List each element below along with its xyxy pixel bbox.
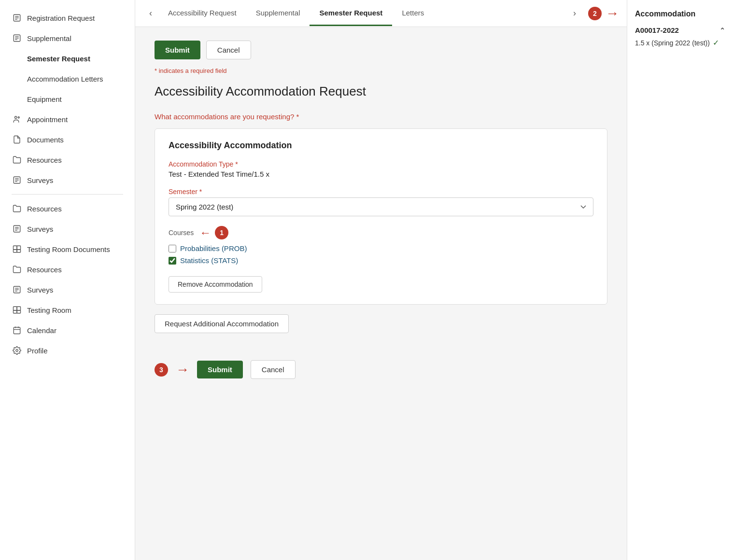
svg-rect-28: [14, 310, 17, 313]
top-cancel-button[interactable]: Cancel: [206, 41, 251, 59]
surveys3-icon: [12, 284, 22, 295]
sidebar-item-resources3[interactable]: Resources: [0, 259, 135, 280]
checkmark-icon: ✓: [713, 38, 719, 47]
supplemental-icon: [12, 33, 22, 43]
bottom-cancel-button[interactable]: Cancel: [251, 360, 296, 379]
course-item-stats: Statistics (STATS): [169, 256, 593, 265]
resources1-icon: [12, 154, 22, 165]
annotation-badge-1: 1: [215, 226, 228, 239]
appointment-icon: [12, 114, 22, 125]
sidebar-label-surveys3: Surveys: [27, 285, 53, 295]
sidebar-item-documents[interactable]: Documents: [0, 129, 135, 150]
svg-rect-18: [14, 246, 17, 250]
equipment-icon: [12, 94, 22, 104]
sidebar-label-registration-request: Registration Request: [27, 13, 95, 23]
sidebar-item-registration-request[interactable]: Registration Request: [0, 8, 135, 28]
sidebar-divider: [12, 194, 123, 195]
tab-letters[interactable]: Letters: [392, 1, 434, 26]
svg-point-8: [15, 116, 17, 119]
tab-supplemental[interactable]: Supplemental: [246, 1, 310, 26]
sidebar-item-equipment[interactable]: Equipment: [0, 89, 135, 109]
sidebar-item-semester-request[interactable]: Semester Request: [0, 48, 135, 69]
surveys2-icon: [12, 224, 22, 234]
courses-label: Courses ← 1: [169, 226, 593, 239]
semester-select[interactable]: Spring 2022 (test) Fall 2022 Summer 2022: [169, 197, 593, 216]
annotation-badge-3: 3: [155, 363, 168, 377]
svg-rect-21: [17, 250, 21, 252]
bottom-submit-button[interactable]: Submit: [197, 361, 243, 378]
sidebar-item-calendar[interactable]: Calendar: [0, 320, 135, 340]
testing-room-docs-icon: [12, 244, 22, 254]
sidebar-item-testing-room-documents[interactable]: Testing Room Documents: [0, 239, 135, 259]
tab-prev-arrow[interactable]: ‹: [143, 6, 158, 21]
annotation-badge-2: 2: [588, 7, 602, 20]
resources3-icon: [12, 264, 22, 275]
sidebar-item-appointment[interactable]: Appointment: [0, 109, 135, 129]
top-form-actions: Submit Cancel: [155, 41, 607, 59]
sidebar-item-accommodation-letters[interactable]: Accommodation Letters: [0, 69, 135, 89]
panel-title: Accommodation: [635, 10, 725, 18]
profile-icon: [12, 345, 22, 356]
sidebar-label-appointment: Appointment: [27, 114, 68, 125]
sidebar-label-accommodation-letters: Accommodation Letters: [27, 74, 103, 84]
course-checkbox-prob[interactable]: [169, 245, 176, 252]
accommodation-type-label: Accommodation Type *: [169, 160, 593, 168]
tab-accessibility-request[interactable]: Accessibility Request: [158, 1, 246, 26]
course-checkbox-stats[interactable]: [169, 257, 176, 265]
sidebar-label-calendar: Calendar: [27, 325, 56, 336]
panel-acc-id: A00017-2022 ⌃: [635, 26, 725, 34]
testing-room-icon: [12, 305, 22, 315]
svg-rect-26: [14, 307, 17, 310]
top-submit-button[interactable]: Submit: [155, 41, 200, 59]
sidebar-label-semester-request: Semester Request: [27, 54, 90, 64]
course-label-prob[interactable]: Probabilities (PROB): [180, 244, 247, 252]
sidebar-label-resources3: Resources: [27, 265, 62, 275]
sidebar-item-profile[interactable]: Profile: [0, 340, 135, 361]
calendar-icon: [12, 325, 22, 336]
svg-rect-30: [14, 327, 20, 334]
tab-next-arrow[interactable]: ›: [567, 6, 582, 21]
content-area: Submit Cancel * indicates a required fie…: [135, 27, 627, 560]
annotation-arrow-2: →: [606, 6, 619, 21]
svg-point-34: [16, 350, 18, 352]
accommodation-type-value: Test - Extended Test Time/1.5 x: [169, 170, 593, 178]
sidebar-item-resources1[interactable]: Resources: [0, 150, 135, 170]
sidebar-item-surveys3[interactable]: Surveys: [0, 280, 135, 300]
sidebar: Registration Request Supplemental Semest…: [0, 0, 135, 560]
sidebar-label-testing-room-documents: Testing Room Documents: [27, 244, 110, 254]
sidebar-label-surveys2: Surveys: [27, 224, 53, 234]
card-title: Accessibility Accommodation: [169, 140, 593, 151]
course-label-stats[interactable]: Statistics (STATS): [180, 256, 238, 265]
remove-accommodation-button[interactable]: Remove Accommodation: [169, 276, 262, 293]
annotation-arrow-1: ←: [199, 226, 211, 239]
svg-rect-27: [17, 307, 21, 310]
sidebar-item-surveys1[interactable]: Surveys: [0, 170, 135, 190]
request-additional-button[interactable]: Request Additional Accommodation: [155, 314, 289, 333]
required-note: * indicates a required field: [155, 67, 607, 74]
panel-acc-detail: 1.5 x (Spring 2022 (test)) ✓: [635, 38, 725, 47]
svg-point-9: [18, 117, 19, 118]
sidebar-label-documents: Documents: [27, 135, 64, 145]
semester-label: Semester *: [169, 188, 593, 196]
sidebar-item-supplemental[interactable]: Supplemental: [0, 28, 135, 48]
sidebar-label-supplemental: Supplemental: [27, 33, 71, 43]
tab-nav: Accessibility Request Supplemental Semes…: [158, 1, 567, 26]
tab-semester-request[interactable]: Semester Request: [310, 1, 392, 26]
page-title: Accessibility Accommodation Request: [155, 84, 607, 99]
sidebar-label-resources2: Resources: [27, 204, 62, 214]
sidebar-item-testing-room[interactable]: Testing Room: [0, 300, 135, 320]
surveys1-icon: [12, 175, 22, 185]
svg-rect-19: [17, 246, 21, 250]
bottom-form-actions: 3 → Submit Cancel: [155, 360, 607, 379]
accommodation-card: Accessibility Accommodation Accommodatio…: [155, 128, 607, 305]
course-item-prob: Probabilities (PROB): [169, 244, 593, 252]
sidebar-item-surveys2[interactable]: Surveys: [0, 219, 135, 239]
sidebar-item-resources2[interactable]: Resources: [0, 198, 135, 219]
svg-rect-29: [17, 310, 21, 313]
chevron-up-icon[interactable]: ⌃: [719, 27, 725, 34]
tab-bar: ‹ Accessibility Request Supplemental Sem…: [135, 0, 627, 27]
question-label: What accommodations are you requesting? …: [155, 112, 607, 121]
svg-rect-20: [14, 250, 17, 252]
resources2-icon: [12, 203, 22, 214]
documents-icon: [12, 134, 22, 145]
